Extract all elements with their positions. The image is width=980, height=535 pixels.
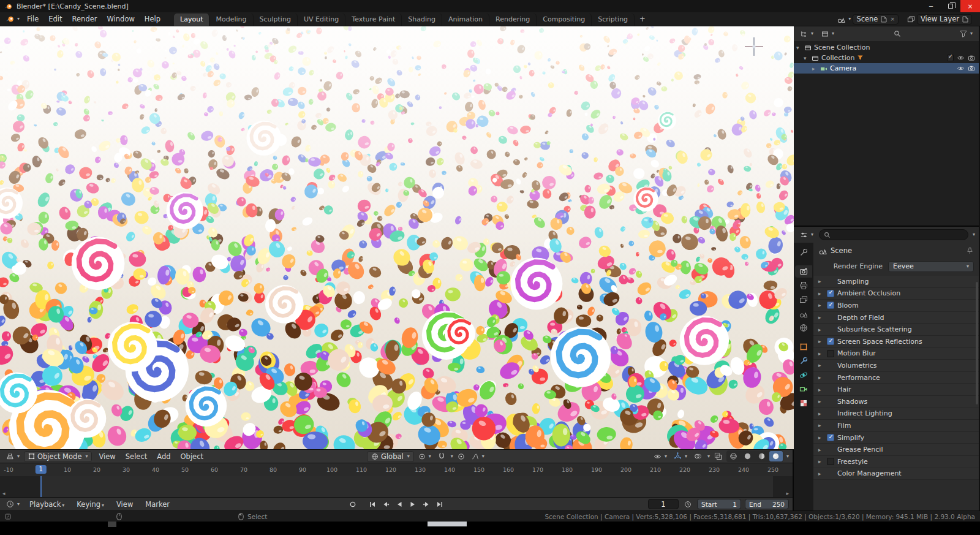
viewport-menu-item[interactable]: Select: [121, 451, 152, 462]
prev-keyframe-button[interactable]: [380, 499, 391, 509]
properties-section[interactable]: ▸ Subsurface Scattering: [813, 324, 979, 336]
view-layer-selector[interactable]: View Layer: [905, 13, 974, 25]
workspace-tab[interactable]: Rendering: [489, 13, 537, 26]
editor-corner-icon[interactable]: [5, 514, 11, 520]
snap-dropdown[interactable]: ▾: [451, 454, 453, 459]
properties-section[interactable]: ▸ Simplify: [813, 432, 979, 444]
end-field[interactable]: End 250: [745, 499, 789, 509]
shading-material-button[interactable]: [755, 451, 769, 461]
properties-section[interactable]: ▸ Sampling: [813, 276, 979, 288]
section-checkbox[interactable]: [827, 338, 834, 345]
next-keyframe-button[interactable]: [421, 499, 432, 509]
properties-search-input[interactable]: [819, 229, 968, 240]
start-field[interactable]: Start 1: [697, 499, 741, 509]
overlays-toggle[interactable]: [692, 452, 704, 461]
outliner-row-camera[interactable]: ▸ Camera: [794, 63, 979, 74]
blender-menu-button[interactable]: ▾: [3, 14, 22, 24]
scene-name-field[interactable]: Scene ×: [853, 14, 899, 25]
disclosure-arrow[interactable]: ▸: [818, 434, 824, 441]
properties-filter-dropdown[interactable]: ▾: [973, 232, 975, 237]
close-button[interactable]: ×: [960, 0, 980, 12]
outliner-filter-button[interactable]: ▾: [957, 29, 975, 38]
shading-solid-button[interactable]: [741, 451, 755, 461]
tab-physics-properties[interactable]: [795, 369, 812, 381]
workspace-tab[interactable]: Shading: [402, 13, 442, 26]
add-workspace-button[interactable]: +: [635, 13, 650, 25]
tab-world-properties[interactable]: [795, 322, 812, 334]
render-visibility-camera-icon[interactable]: [968, 55, 975, 61]
playback-menu[interactable]: Playback▾: [24, 499, 69, 510]
workspace-tab[interactable]: UV Editing: [298, 13, 345, 26]
timeline-track[interactable]: ◂ ▸: [0, 476, 793, 497]
hide-eye-icon[interactable]: [957, 65, 965, 72]
visibility-dropdown[interactable]: ▾: [651, 452, 669, 461]
viewport-menu-item[interactable]: View: [94, 451, 120, 462]
timeline-editor-button[interactable]: ▾: [4, 499, 22, 509]
play-reverse-button[interactable]: [394, 499, 405, 509]
copy-view-layer-icon[interactable]: [962, 16, 968, 23]
disclosure-arrow[interactable]: ▸: [818, 447, 824, 453]
outliner-editor-button[interactable]: ▾: [797, 29, 816, 39]
workspace-tab[interactable]: Layout: [174, 13, 209, 26]
viewport[interactable]: [0, 26, 793, 449]
tab-object-properties[interactable]: [795, 341, 812, 353]
properties-section[interactable]: ▸ Color Management: [813, 468, 979, 480]
falloff-dropdown[interactable]: ▾: [469, 452, 487, 461]
properties-section[interactable]: ▸ Ambient Occlusion: [813, 288, 979, 300]
disclosure-arrow[interactable]: ▸: [818, 374, 824, 381]
collection-filter-icon[interactable]: [857, 55, 864, 61]
maximize-button[interactable]: [941, 0, 960, 12]
exclude-checkbox[interactable]: [947, 55, 954, 61]
preview-range-toggle[interactable]: [682, 499, 693, 509]
disclosure-arrow[interactable]: ▸: [818, 338, 824, 344]
disclosure-arrow[interactable]: ▸: [818, 362, 824, 368]
shading-wireframe-button[interactable]: [727, 451, 741, 461]
navigation-gizmo[interactable]: [744, 36, 764, 57]
properties-section[interactable]: ▸ Performance: [813, 372, 979, 384]
tab-output-properties[interactable]: [795, 279, 812, 292]
pin-icon[interactable]: [967, 247, 973, 254]
section-checkbox[interactable]: [827, 350, 834, 357]
scene-selector[interactable]: ▾ Scene ×: [835, 13, 901, 25]
viewport-canvas[interactable]: [0, 26, 794, 449]
disclosure-arrow[interactable]: ▸: [818, 290, 824, 297]
menu-item[interactable]: Edit: [43, 13, 67, 25]
orientation-selector[interactable]: Global ▾: [367, 451, 414, 462]
tab-tool-properties[interactable]: [795, 246, 812, 259]
proportional-editing-toggle[interactable]: [455, 452, 467, 461]
tab-object-data-properties[interactable]: [795, 383, 812, 395]
properties-section[interactable]: ▸ Shadows: [813, 396, 979, 408]
disclosure-arrow[interactable]: ▾: [796, 45, 802, 51]
disclosure-arrow[interactable]: ▸: [818, 471, 824, 477]
current-frame-badge[interactable]: 1: [36, 465, 47, 474]
workspace-tab[interactable]: Compositing: [537, 13, 592, 26]
properties-section[interactable]: ▸ Motion Blur: [813, 348, 979, 360]
render-visibility-camera-icon[interactable]: [968, 65, 975, 72]
section-checkbox[interactable]: [827, 434, 834, 441]
tab-texture-properties[interactable]: [795, 397, 812, 409]
gizmo-toggle[interactable]: ▾: [671, 452, 690, 461]
timeline-scroll-right-icon[interactable]: ▸: [786, 490, 789, 496]
disclosure-arrow[interactable]: ▸: [818, 351, 824, 357]
menu-item[interactable]: File: [22, 13, 43, 25]
autokey-toggle[interactable]: [347, 499, 358, 509]
playhead-line[interactable]: [40, 476, 42, 497]
mode-selector[interactable]: Object Mode ▾: [24, 451, 92, 462]
properties-section[interactable]: ▸ Volumetrics: [813, 360, 979, 372]
search-icon[interactable]: [894, 30, 901, 37]
disclosure-arrow[interactable]: ▸: [818, 411, 824, 417]
shading-dropdown[interactable]: ▾: [786, 454, 789, 459]
tab-view-layer-properties[interactable]: [795, 294, 812, 306]
properties-section[interactable]: ▸ Freestyle: [813, 456, 979, 468]
frame-field[interactable]: 1: [648, 499, 679, 509]
properties-section[interactable]: ▸ Indirect Lighting: [813, 408, 979, 420]
disclosure-arrow[interactable]: ▸: [818, 387, 824, 393]
xray-toggle[interactable]: [712, 452, 725, 461]
timeline-scroll-left-icon[interactable]: ◂: [2, 490, 6, 496]
editor-type-button[interactable]: ▾: [4, 452, 22, 461]
properties-section[interactable]: ▸ Grease Pencil: [813, 444, 979, 456]
minimize-button[interactable]: ─: [921, 0, 941, 12]
marker-menu[interactable]: Marker: [140, 499, 175, 510]
jump-to-end-button[interactable]: [434, 499, 445, 509]
disclosure-arrow[interactable]: ▸: [818, 314, 824, 321]
